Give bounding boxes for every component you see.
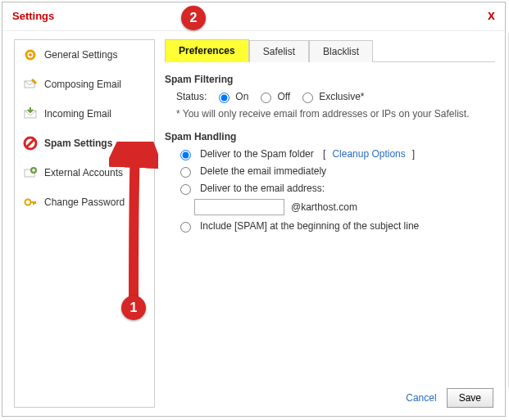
deliver-spam-radio[interactable] (180, 150, 191, 160)
chevron-right-icon: ▸ (145, 139, 149, 148)
sidebar-item-composing[interactable]: Composing Email (15, 70, 154, 99)
status-on-option[interactable]: On (215, 90, 248, 103)
sidebar-item-general[interactable]: General Settings (15, 40, 154, 70)
delete-radio[interactable] (180, 167, 191, 178)
sidebar-item-label: Spam Settings (44, 138, 112, 149)
sidebar-item-label: General Settings (44, 49, 117, 61)
dialog-body: General Settings Composing Email Incomin… (2, 31, 505, 416)
sidebar-item-label: External Accounts (44, 167, 123, 178)
sidebar-item-spam[interactable]: Spam Settings ▸ (15, 129, 154, 158)
spam-icon (23, 136, 38, 151)
exclusive-note: * You will only receive email from addre… (176, 108, 495, 120)
tab-label: Preferences (179, 45, 235, 56)
option-label: Exclusive* (319, 91, 364, 102)
settings-dialog: Settings x General Settings Composing Em… (2, 2, 506, 417)
cleanup-options-link[interactable]: Cleanup Options (332, 148, 405, 160)
settings-sidebar: General Settings Composing Email Incomin… (14, 39, 155, 408)
compose-icon (23, 77, 38, 92)
gear-icon (23, 47, 38, 62)
deliver-address-radio[interactable] (180, 184, 191, 195)
option-label: Off (277, 91, 290, 102)
titlebar: Settings x (2, 2, 505, 31)
dialog-title: Settings (12, 10, 54, 22)
include-tag-radio[interactable] (180, 222, 191, 233)
dialog-footer: Cancel Save (406, 388, 493, 408)
option-label: On (235, 91, 248, 102)
handling-deliver-address[interactable]: Deliver to the email address: (176, 182, 495, 195)
tab-preferences[interactable]: Preferences (165, 39, 249, 62)
save-button[interactable]: Save (447, 388, 493, 408)
incoming-icon (23, 106, 38, 121)
sidebar-item-incoming[interactable]: Incoming Email (15, 99, 154, 129)
handling-include-tag[interactable]: Include [SPAM] at the beginning of the s… (176, 219, 495, 233)
handling-deliver-spam[interactable]: Deliver to the Spam folder [Cleanup Opti… (176, 147, 495, 160)
key-icon (23, 195, 38, 210)
spam-handling-section: Spam Handling Deliver to the Spam folder… (165, 131, 495, 237)
svg-line-5 (26, 139, 34, 147)
sidebar-item-label: Composing Email (44, 79, 121, 90)
handling-delete[interactable]: Delete the email immediately (176, 165, 495, 178)
deliver-address-row: @karthost.com (176, 199, 495, 215)
section-heading: Spam Filtering (165, 74, 495, 85)
status-off-radio[interactable] (261, 93, 271, 103)
section-heading: Spam Handling (165, 131, 495, 142)
annotation-1: 1 (121, 296, 146, 320)
cancel-button[interactable]: Cancel (406, 392, 436, 404)
main-panel: Preferences Safelist Blacklist Spam Filt… (155, 31, 505, 416)
sidebar-item-password[interactable]: Change Password (15, 187, 154, 217)
close-icon[interactable]: x (488, 9, 495, 22)
status-row: Status: On Off Exclusive* (176, 90, 495, 103)
option-label: Deliver to the Spam folder (200, 148, 314, 160)
tab-blacklist[interactable]: Blacklist (309, 40, 373, 62)
status-exclusive-option[interactable]: Exclusive* (298, 90, 364, 103)
status-label: Status: (176, 91, 207, 102)
external-accounts-icon (23, 165, 38, 180)
tab-label: Safelist (263, 46, 295, 57)
tab-bar: Preferences Safelist Blacklist (165, 39, 495, 62)
address-suffix: @karthost.com (291, 201, 357, 213)
sidebar-item-label: Incoming Email (44, 108, 111, 120)
tab-label: Blacklist (323, 46, 359, 57)
option-label: Delete the email immediately (200, 165, 326, 177)
svg-point-1 (29, 53, 32, 56)
option-label: Deliver to the email address: (200, 183, 325, 194)
spam-filtering-section: Spam Filtering Status: On Off Exclusive*… (165, 74, 495, 120)
status-on-radio[interactable] (219, 93, 230, 103)
tab-safelist[interactable]: Safelist (249, 40, 309, 62)
sidebar-item-external[interactable]: External Accounts (15, 158, 154, 187)
forward-address-input[interactable] (194, 199, 284, 215)
status-off-option[interactable]: Off (257, 90, 290, 103)
svg-point-8 (25, 200, 31, 205)
status-exclusive-radio[interactable] (302, 93, 313, 103)
sidebar-item-label: Change Password (44, 196, 125, 208)
option-label: Include [SPAM] at the beginning of the s… (200, 220, 419, 232)
annotation-2: 2 (181, 6, 206, 30)
